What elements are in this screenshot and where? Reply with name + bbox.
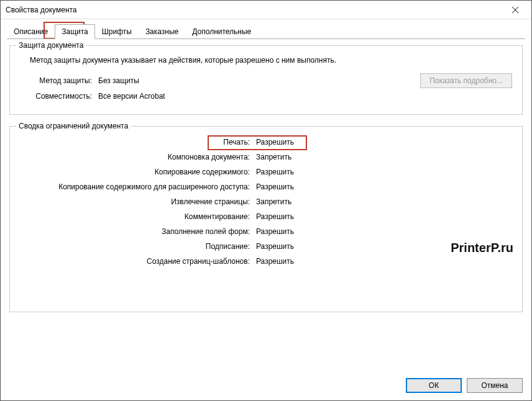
- restrictions-legend: Сводка ограничений документа: [16, 122, 131, 130]
- tab-fonts[interactable]: Шрифты: [95, 24, 139, 39]
- close-icon: [512, 7, 518, 13]
- restriction-label-print: Печать:: [20, 138, 256, 146]
- restriction-value-print: Разрешить: [256, 138, 380, 146]
- restriction-label-template: Создание страниц-шаблонов:: [20, 257, 256, 266]
- restriction-label-comment: Комментирование:: [20, 212, 256, 221]
- restriction-label-assembly: Компоновка документа:: [20, 153, 256, 161]
- close-button[interactable]: [501, 1, 529, 19]
- restrictions-fieldset: Сводка ограничений документа Печать: Раз…: [9, 126, 523, 312]
- security-fieldset: Защита документа Метод защиты документа …: [9, 45, 523, 115]
- security-legend: Защита документа: [16, 41, 86, 50]
- restriction-label-copy-accessibility: Копирование содержимого для расширенного…: [20, 182, 256, 191]
- watermark-text: PrinterP.ru: [451, 241, 513, 255]
- titlebar: Свойства документа: [1, 1, 531, 19]
- restriction-value-template: Разрешить: [256, 257, 380, 266]
- compat-label: Совместимость:: [30, 92, 92, 101]
- restriction-value-copy: Разрешить: [256, 168, 380, 176]
- content-area: Защита документа Метод защиты документа …: [1, 39, 531, 372]
- restrictions-grid: Печать: Разрешить Компоновка документа: …: [20, 138, 512, 266]
- cancel-button[interactable]: Отмена: [467, 378, 523, 393]
- window-title: Свойства документа: [6, 6, 77, 14]
- restriction-value-copy-accessibility: Разрешить: [256, 182, 380, 191]
- tab-description[interactable]: Описание: [7, 24, 55, 39]
- restriction-value-comment: Разрешить: [256, 212, 380, 221]
- show-details-button[interactable]: Показать подробно...: [420, 73, 512, 88]
- compat-value: Все версии Acrobat: [98, 92, 165, 101]
- restriction-label-form-fill: Заполнение полей форм:: [20, 227, 256, 236]
- dialog-footer: ОК Отмена: [1, 372, 531, 400]
- security-description: Метод защиты документа указывает на дейс…: [30, 56, 512, 65]
- dialog-window: Свойства документа Описание Защита Шрифт…: [0, 0, 532, 401]
- ok-button[interactable]: ОК: [406, 378, 462, 393]
- tab-advanced[interactable]: Дополнительные: [185, 24, 258, 39]
- restriction-value-signing: Разрешить: [256, 242, 380, 251]
- restriction-label-extract: Извлечение страницы:: [20, 197, 256, 206]
- method-label: Метод защиты:: [30, 76, 92, 85]
- method-value: Без защиты: [98, 76, 139, 85]
- tab-security[interactable]: Защита: [55, 24, 95, 39]
- restriction-value-assembly: Запретить: [256, 153, 380, 161]
- tab-custom[interactable]: Заказные: [139, 24, 185, 39]
- restriction-value-form-fill: Разрешить: [256, 227, 380, 236]
- restriction-label-signing: Подписание:: [20, 242, 256, 251]
- tabs-bar: Описание Защита Шрифты Заказные Дополнит…: [1, 19, 531, 39]
- restriction-value-extract: Запретить: [256, 197, 380, 206]
- restriction-label-copy: Копирование содержимого:: [20, 168, 256, 176]
